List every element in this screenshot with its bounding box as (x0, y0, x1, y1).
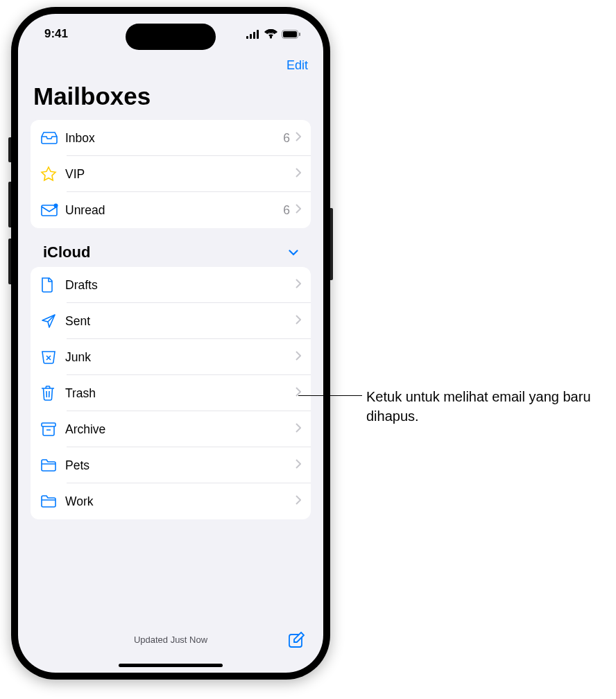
mailbox-row-trash[interactable]: Trash (31, 375, 311, 411)
folder-icon (40, 494, 65, 508)
mailbox-row-archive[interactable]: Archive (31, 411, 311, 447)
chevron-right-icon (296, 279, 301, 291)
folder-icon (40, 458, 65, 472)
mailbox-row-drafts[interactable]: Drafts (31, 267, 311, 303)
mailbox-row-sent[interactable]: Sent (31, 303, 311, 339)
cellular-icon (246, 30, 260, 39)
section-title: iCloud (43, 243, 90, 261)
home-indicator (119, 664, 223, 667)
phone-frame: 9:41 Edit Mailboxes (11, 7, 330, 680)
svg-point-9 (54, 204, 58, 208)
phone-screen: 9:41 Edit Mailboxes (18, 14, 323, 673)
page-title: Mailboxes (18, 74, 323, 120)
svg-rect-3 (257, 30, 259, 39)
smart-mailboxes-group: Inbox 6 VIP (31, 120, 311, 228)
battery-icon (282, 30, 301, 39)
callout-text: Ketuk untuk melihat email yang baru diha… (362, 387, 591, 426)
svg-rect-5 (283, 31, 297, 37)
chevron-right-icon (296, 459, 301, 472)
mailbox-label: Junk (65, 350, 296, 365)
chevron-right-icon (296, 132, 301, 144)
mailbox-row-work[interactable]: Work (31, 483, 311, 519)
mailbox-label: Trash (65, 386, 296, 401)
svg-marker-7 (42, 167, 55, 180)
section-header-icloud[interactable]: iCloud (31, 228, 311, 267)
drafts-icon (40, 277, 65, 293)
mailbox-row-vip[interactable]: VIP (31, 156, 311, 192)
wifi-icon (264, 29, 277, 39)
status-indicators (246, 29, 301, 39)
unread-icon (40, 203, 65, 217)
archive-icon (40, 422, 65, 437)
dynamic-island (126, 24, 216, 50)
trash-icon (40, 385, 65, 402)
svg-rect-2 (253, 32, 255, 39)
chevron-right-icon (296, 168, 301, 180)
mailbox-label: Inbox (65, 131, 283, 146)
mailboxes-content: Inbox 6 VIP (18, 120, 323, 623)
nav-bar: Edit (18, 54, 323, 74)
mailbox-row-pets[interactable]: Pets (31, 447, 311, 483)
mailbox-label: Sent (65, 314, 296, 329)
icloud-mailboxes-group: Drafts Sent (31, 267, 311, 519)
annotation-callout: Ketuk untuk melihat email yang baru diha… (298, 387, 610, 426)
edit-button[interactable]: Edit (286, 58, 308, 73)
toolbar-status-label: Updated Just Now (18, 635, 323, 645)
compose-button[interactable] (287, 631, 305, 652)
chevron-down-icon (289, 246, 298, 259)
chevron-right-icon (296, 351, 301, 363)
chevron-right-icon (296, 204, 301, 216)
status-time: 9:41 (44, 27, 68, 41)
mailbox-count: 6 (283, 131, 290, 146)
mailbox-count: 6 (283, 203, 290, 218)
mailbox-label: Work (65, 494, 296, 509)
mailbox-label: Unread (65, 203, 283, 218)
mailbox-label: VIP (65, 167, 296, 182)
mailbox-row-inbox[interactable]: Inbox 6 (31, 120, 311, 156)
chevron-right-icon (296, 315, 301, 327)
svg-rect-6 (299, 33, 300, 36)
mailbox-label: Pets (65, 458, 296, 473)
mailbox-label: Drafts (65, 278, 296, 293)
mailbox-row-junk[interactable]: Junk (31, 339, 311, 375)
sent-icon (40, 313, 65, 329)
junk-icon (40, 350, 65, 365)
mailbox-row-unread[interactable]: Unread 6 (31, 192, 311, 228)
callout-line (298, 395, 362, 396)
star-icon (40, 166, 65, 182)
chevron-right-icon (296, 495, 301, 508)
mailbox-label: Archive (65, 422, 296, 437)
svg-rect-10 (42, 423, 55, 426)
inbox-icon (40, 131, 65, 145)
svg-rect-0 (246, 36, 248, 39)
svg-rect-1 (250, 34, 252, 39)
